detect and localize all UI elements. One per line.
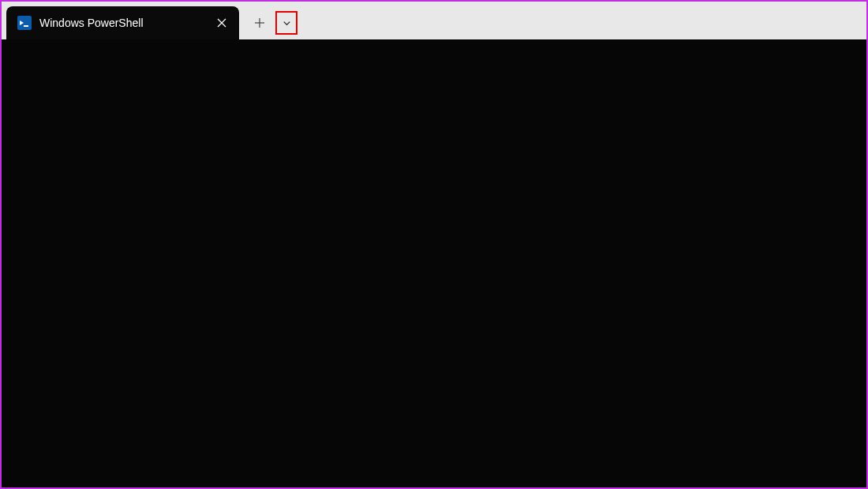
terminal-window: Windows PowerShell (2, 2, 866, 487)
new-tab-button[interactable] (245, 9, 274, 37)
terminal-content-area[interactable] (2, 39, 866, 487)
close-icon (217, 18, 226, 28)
new-tab-dropdown-button[interactable] (275, 11, 297, 35)
titlebar: Windows PowerShell (2, 2, 866, 39)
close-tab-button[interactable] (211, 12, 233, 34)
tab-powershell[interactable]: Windows PowerShell (6, 6, 239, 39)
tab-title: Windows PowerShell (39, 17, 203, 29)
plus-icon (254, 17, 265, 28)
titlebar-buttons (245, 6, 297, 39)
chevron-down-icon (282, 18, 292, 28)
powershell-icon (17, 16, 32, 30)
